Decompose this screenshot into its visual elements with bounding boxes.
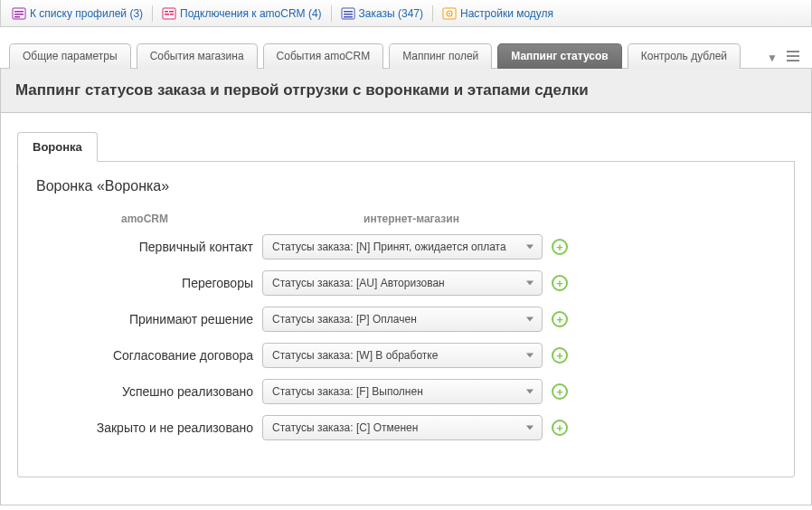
svg-rect-8: [170, 14, 174, 15]
tab-row: Общие параметры События магазина События…: [0, 43, 812, 69]
add-status-icon[interactable]: +: [552, 347, 568, 364]
status-select-wrap: Статусы заказа: [F] Выполнен: [262, 379, 543, 404]
page-title: Маппинг статусов заказа и первой отгрузк…: [15, 81, 797, 99]
svg-rect-16: [787, 51, 799, 52]
chevron-down-icon[interactable]: ▼: [767, 52, 778, 64]
mapping-row: Первичный контактСтатусы заказа: [N] При…: [36, 234, 776, 260]
add-status-icon[interactable]: +: [552, 383, 568, 400]
status-select[interactable]: Статусы заказа: [P] Оплачен: [262, 307, 543, 332]
status-select-wrap: Статусы заказа: [C] Отменен: [262, 415, 543, 440]
svg-rect-1: [14, 11, 24, 13]
panel-body: Воронка Воронка «Воронка» amoCRM интерне…: [0, 113, 812, 505]
col-header-amocrm: amoCRM: [36, 212, 253, 225]
add-status-icon[interactable]: +: [552, 275, 568, 291]
mapping-header: amoCRM интернет-магазин: [36, 212, 776, 225]
tab-status-mapping[interactable]: Маппинг статусов: [497, 43, 621, 69]
stage-label: Принимают решение: [36, 312, 253, 326]
add-status-icon[interactable]: +: [552, 311, 568, 327]
list-icon: [12, 6, 26, 21]
svg-rect-6: [169, 11, 174, 13]
mapping-row: Согласование договораСтатусы заказа: [W]…: [36, 343, 776, 368]
top-toolbar: К списку профилей (3) Подключения к amoC…: [0, 0, 812, 27]
status-select[interactable]: Статусы заказа: [N] Принят, ожидается оп…: [262, 234, 543, 260]
toolbar-item-label: Подключения к amoCRM (4): [180, 7, 322, 20]
separator: [331, 5, 332, 22]
toolbar-item-connections[interactable]: Подключения к amoCRM (4): [155, 4, 329, 24]
add-status-icon[interactable]: +: [552, 239, 568, 255]
toolbar-item-profiles[interactable]: К списку профилей (3): [5, 4, 150, 24]
toolbar-item-label: К списку профилей (3): [30, 7, 143, 20]
funnel-content: Воронка «Воронка» amoCRM интернет-магази…: [17, 162, 795, 477]
tab-duplicates[interactable]: Контроль дублей: [628, 43, 741, 69]
toolbar-item-settings[interactable]: Настройки модуля: [435, 4, 561, 24]
svg-rect-18: [787, 60, 799, 61]
funnel-title: Воронка «Воронка»: [36, 178, 776, 194]
svg-rect-2: [14, 14, 24, 15]
svg-rect-12: [344, 16, 353, 18]
separator: [152, 5, 153, 22]
separator: [432, 5, 433, 22]
tab-amocrm-events[interactable]: События amoCRM: [263, 43, 384, 69]
header-bar: Маппинг статусов заказа и первой отгрузк…: [0, 68, 812, 113]
status-select[interactable]: Статусы заказа: [C] Отменен: [262, 415, 543, 440]
inner-tab-row: Воронка: [17, 131, 795, 162]
svg-rect-3: [14, 16, 20, 18]
mapping-row: ПереговорыСтатусы заказа: [AU] Авторизов…: [36, 270, 776, 296]
menu-icon[interactable]: [787, 51, 799, 64]
svg-rect-11: [344, 14, 353, 15]
status-select-wrap: Статусы заказа: [N] Принят, ожидается оп…: [262, 234, 543, 260]
mapping-row: Принимают решениеСтатусы заказа: [P] Опл…: [36, 307, 776, 332]
stage-label: Успешно реализовано: [36, 384, 253, 399]
toolbar-item-orders[interactable]: Заказы (347): [334, 4, 430, 24]
tab-general[interactable]: Общие параметры: [9, 43, 131, 69]
svg-rect-7: [165, 14, 169, 15]
tab-shop-events[interactable]: События магазина: [137, 43, 258, 69]
add-status-icon[interactable]: +: [552, 420, 568, 436]
stage-label: Переговоры: [36, 276, 253, 290]
mapping-row: Успешно реализованоСтатусы заказа: [F] В…: [36, 379, 776, 404]
status-select-wrap: Статусы заказа: [P] Оплачен: [262, 307, 543, 332]
status-select[interactable]: Статусы заказа: [F] Выполнен: [262, 379, 543, 404]
status-select[interactable]: Статусы заказа: [AU] Авторизован: [262, 270, 543, 296]
svg-rect-5: [165, 11, 168, 13]
settings-icon: [442, 6, 457, 21]
orders-icon: [341, 6, 355, 21]
status-select-wrap: Статусы заказа: [W] В обработке: [262, 343, 543, 368]
svg-rect-17: [787, 55, 799, 57]
col-header-shop: интернет-магазин: [253, 212, 570, 225]
stage-label: Закрыто и не реализовано: [36, 420, 253, 435]
status-select-wrap: Статусы заказа: [AU] Авторизован: [262, 270, 543, 296]
stage-label: Согласование договора: [36, 348, 253, 363]
tab-field-mapping[interactable]: Маппинг полей: [389, 43, 492, 69]
toolbar-item-label: Настройки модуля: [460, 7, 553, 20]
inner-tab-funnel[interactable]: Воронка: [17, 132, 98, 162]
svg-rect-10: [344, 11, 353, 13]
toolbar-item-label: Заказы (347): [359, 7, 423, 20]
plug-icon: [162, 6, 176, 21]
svg-point-15: [448, 13, 450, 14]
status-select[interactable]: Статусы заказа: [W] В обработке: [262, 343, 543, 368]
mapping-row: Закрыто и не реализованоСтатусы заказа: …: [36, 415, 776, 440]
stage-label: Первичный контакт: [36, 240, 253, 254]
